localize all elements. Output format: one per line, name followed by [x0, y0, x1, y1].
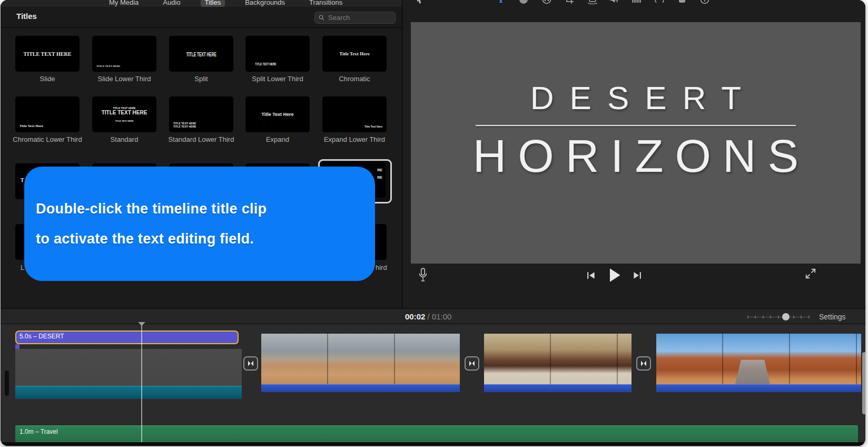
title-style-thumbnail-chromatic-lower-third[interactable]: Title Text Here [15, 96, 80, 132]
playhead[interactable] [141, 325, 142, 445]
music-clip-label: 1.0m – Travel [19, 428, 58, 435]
timeline: 5.0s – DESERT 1.0m – Travel [1, 324, 865, 446]
thumbnail-preview-text: RE [373, 168, 382, 173]
magnifier-icon [319, 14, 324, 21]
thumbnail-preview-text: Title Text Here [245, 112, 310, 117]
filmstrip-seams [656, 334, 861, 392]
title-style-thumbnail-slide-lower-third[interactable]: TITLE TEXT HERE [92, 36, 156, 72]
volume-icon[interactable] [608, 0, 620, 6]
timeline-title-clip[interactable]: 5.0s – DESERT [15, 331, 239, 344]
thumbnail-preview-text: TITLE TEXT HERE [255, 62, 276, 66]
color-correction-icon[interactable] [518, 0, 529, 6]
timeline-clip-gray-placeholder[interactable] [15, 349, 242, 399]
preview-title-line1: DESERT [515, 79, 757, 116]
clip-audio-waveform-strip [484, 384, 632, 392]
title-style-thumbnail-slide[interactable]: TITLE TEXT HERE [15, 36, 80, 72]
tooltip-line2: to activate the text editing field. [36, 231, 375, 247]
thumbnail-preview-text: TITLE TEXT HERE [92, 110, 156, 116]
svg-text:T: T [498, 0, 504, 5]
tab-audio[interactable]: Audio [159, 0, 184, 7]
title-style-label: Standard Lower Third [163, 135, 240, 144]
title-style-thumbnail-expand[interactable]: Title Text Here [245, 96, 310, 132]
thumbnail-preview-text: TITLE TEXT HERE [173, 122, 196, 125]
settings-button[interactable]: Settings [819, 313, 846, 321]
thumbnail-preview-text: TITLE TEXT HERE [186, 52, 216, 57]
title-style-label: Slide [9, 75, 86, 83]
title-style-thumbnail-split-lower-third[interactable]: TITLE TEXT HERE [245, 36, 310, 72]
title-style-thumbnail-split[interactable]: TITLE TEXT HERE [169, 36, 233, 72]
title-style-label: Expand [239, 135, 316, 144]
filmstrip-seams [484, 334, 632, 392]
clip-audio-waveform-strip [261, 384, 460, 392]
timecode-total: 01:00 [432, 312, 452, 321]
search-field[interactable] [314, 12, 396, 24]
play-button[interactable] [607, 267, 622, 283]
title-style-thumbnail-standard-lower-third[interactable]: TITLE TEXT HERETITLE TEXT HERE [169, 96, 233, 132]
timeline-clip-desert-sunset-ridge[interactable] [484, 334, 632, 392]
stabilization-icon[interactable] [587, 0, 598, 6]
title-style-label: Standard [86, 135, 163, 144]
window-bottom-edge [1, 442, 865, 446]
thumbnail-preview-text: Title Text Here [364, 125, 382, 128]
noise-reduction-icon[interactable] [631, 0, 643, 6]
skip-forward-button[interactable] [633, 270, 643, 280]
title-style-thumbnail-chromatic[interactable]: Title Text Here [322, 36, 387, 72]
thumbnail-preview-text: TITLE TEXT HERE [173, 125, 196, 128]
timecode: 00:02 / 01:00 [405, 312, 451, 321]
thumbnail-preview-text: Title Text Here [19, 124, 43, 128]
clip-audio-waveform-strip [656, 384, 861, 392]
viewer-canvas: DESERT HORIZONS [411, 22, 861, 264]
crop-icon[interactable] [564, 0, 575, 6]
effects-icon[interactable] [676, 0, 688, 6]
title-style-thumbnail-expand-lower-third[interactable]: Title Text Here [322, 96, 387, 132]
covered-label-fragment-left: L [21, 264, 24, 271]
viewer-pane: T DESERT HORIZONS [402, 0, 865, 308]
title-style-label: Chromatic Lower Third [9, 135, 86, 144]
text-style-icon[interactable]: T [495, 0, 507, 6]
fullscreen-icon[interactable] [805, 268, 816, 279]
covered-label-fragment-right: hird [376, 264, 387, 271]
pointer-icon[interactable] [414, 0, 426, 6]
bowtie-transition-icon[interactable] [243, 356, 258, 371]
microphone-icon[interactable] [418, 268, 428, 283]
title-style-label: Split [163, 75, 240, 83]
bowtie-transition-icon[interactable] [636, 356, 651, 371]
tab-my-media[interactable]: My Media [105, 0, 143, 7]
info-icon[interactable] [699, 0, 711, 6]
thumbnail-preview-text: T [21, 177, 24, 183]
thumbnail-preview-text: Title Text Here [322, 51, 387, 56]
skip-back-button[interactable] [586, 270, 596, 280]
timeline-scrollbar-left[interactable] [5, 371, 9, 396]
timeline-clip-canyon-road-blue-sky[interactable] [656, 334, 861, 392]
media-tabs-bar: My MediaAudioTitlesBackgroundsTransition… [1, 0, 402, 7]
clip-audio-waveform-strip [15, 386, 242, 399]
adjust-toolbar: T [402, 0, 865, 6]
tab-titles[interactable]: Titles [201, 0, 225, 7]
filmstrip-seams [261, 334, 460, 392]
title-style-label: Chromatic [316, 75, 393, 83]
preview-title-line2: HORIZONS [461, 129, 810, 183]
bowtie-transition-icon[interactable] [465, 356, 479, 371]
timeline-toolbar: 00:02 / 01:00 Settings [1, 308, 865, 324]
timeline-scrollbar-right[interactable] [862, 352, 865, 414]
timeline-clip-desert-rocks-cloudy[interactable] [261, 334, 460, 392]
white-balance-icon[interactable] [541, 0, 553, 6]
search-input[interactable] [327, 13, 391, 22]
title-style-label: Expand Lower Third [316, 135, 393, 144]
title-clip-label: 5.0s – DESERT [19, 333, 64, 340]
title-style-thumbnail-standard[interactable]: TITLE TEXT HERETITLE TEXT HERETITLE TEXT… [92, 96, 156, 132]
tab-transitions[interactable]: Transitions [305, 0, 347, 7]
panel-title: Titles [16, 12, 37, 21]
tab-backgrounds[interactable]: Backgrounds [241, 0, 289, 7]
title-style-label: Split Lower Third [239, 75, 316, 83]
speed-icon[interactable] [654, 0, 665, 6]
title-style-label: Slide Lower Third [86, 75, 163, 83]
tooltip-line1: Double-click the timeline title clip [36, 201, 375, 217]
thumbnail-preview-text: TITLE TEXT HERE [92, 120, 156, 122]
thumbnail-preview-text: TITLE TEXT HERE [15, 51, 80, 57]
thumbnail-preview-text: TITLE TEXT HERE [96, 65, 120, 67]
zoom-slider-thumb[interactable] [782, 313, 790, 320]
preview-title-divider [476, 125, 796, 126]
timeline-zoom-slider[interactable] [747, 316, 810, 318]
app-window: My MediaAudioTitlesBackgroundsTransition… [0, 0, 868, 447]
